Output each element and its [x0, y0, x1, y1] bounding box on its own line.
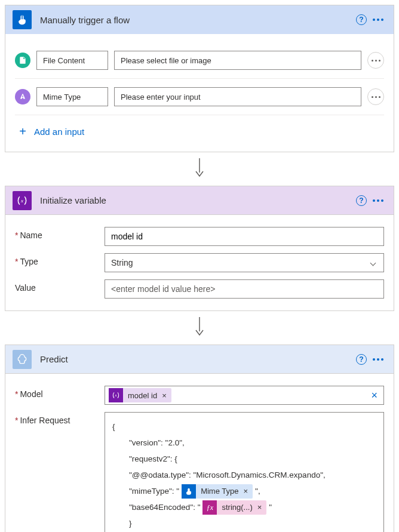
- file-content-input[interactable]: Please select file or image: [114, 51, 361, 70]
- type-label: *Type: [15, 253, 105, 266]
- add-input-button[interactable]: + Add an input: [15, 115, 384, 143]
- touch-icon: [182, 484, 196, 499]
- value-row: Value: [15, 276, 384, 302]
- predict-title: Predict: [32, 354, 353, 364]
- svg-text:x: x: [20, 198, 23, 204]
- brain-icon: [13, 350, 32, 369]
- input-row-mime: Mime Type Please enter your input: [15, 79, 384, 115]
- help-button[interactable]: ?: [353, 192, 370, 209]
- trigger-body: File Content Please select file or image…: [5, 34, 394, 152]
- variable-icon: x: [109, 388, 123, 402]
- predict-header[interactable]: Predict ?: [5, 345, 394, 374]
- initvar-header[interactable]: x Initialize variable ?: [5, 186, 394, 215]
- name-label: *Name: [15, 227, 105, 240]
- more-button[interactable]: [370, 351, 386, 368]
- touch-icon: [13, 10, 32, 29]
- token-remove-button[interactable]: ×: [162, 391, 167, 400]
- help-button[interactable]: ?: [353, 11, 370, 28]
- type-value: String: [111, 258, 133, 267]
- trigger-title: Manually trigger a flow: [32, 15, 353, 25]
- initvar-card: x Initialize variable ? *Name *Type Stri…: [5, 186, 394, 311]
- input-more-button[interactable]: [367, 88, 384, 105]
- value-label: Value: [15, 279, 105, 293]
- chevron-down-icon: [370, 260, 376, 266]
- value-input[interactable]: [105, 279, 384, 299]
- model-id-token[interactable]: x model id ×: [109, 388, 171, 402]
- predict-card: Predict ? *Model x model id × × *Infer R…: [5, 345, 394, 532]
- input-row-file: File Content Please select file or image: [15, 42, 384, 79]
- text-icon: [15, 89, 30, 104]
- variable-icon: x: [13, 191, 32, 210]
- svg-text:x: x: [115, 393, 117, 397]
- connector-arrow[interactable]: [5, 152, 394, 186]
- input-more-button[interactable]: [367, 52, 384, 69]
- mime-type-input[interactable]: Please enter your input: [114, 87, 361, 106]
- add-input-label: Add an input: [34, 127, 84, 137]
- mime-type-token[interactable]: Mime Type ×: [182, 484, 253, 499]
- token-remove-button[interactable]: ×: [244, 484, 248, 499]
- connector-arrow[interactable]: [5, 311, 394, 345]
- expression-token[interactable]: ƒx string(...) ×: [202, 500, 266, 515]
- infer-row: *Infer Request { "version": "2.0", "requ…: [15, 408, 384, 532]
- predict-body: *Model x model id × × *Infer Request { "…: [5, 374, 394, 532]
- plus-icon: +: [17, 125, 28, 139]
- type-select[interactable]: String: [105, 253, 384, 272]
- initvar-body: *Name *Type String Value: [5, 215, 394, 310]
- clear-button[interactable]: ×: [369, 389, 380, 402]
- help-button[interactable]: ?: [353, 351, 370, 368]
- fx-icon: ƒx: [202, 500, 217, 515]
- model-field[interactable]: x model id × ×: [105, 386, 384, 405]
- token-remove-button[interactable]: ×: [257, 500, 262, 515]
- mime-type-label[interactable]: Mime Type: [36, 87, 108, 106]
- initvar-title: Initialize variable: [32, 195, 353, 205]
- more-button[interactable]: [370, 192, 386, 209]
- file-icon: [15, 53, 30, 68]
- model-row: *Model x model id × ×: [15, 382, 384, 408]
- name-input[interactable]: [105, 227, 384, 246]
- model-label: *Model: [15, 386, 105, 399]
- infer-label: *Infer Request: [15, 412, 105, 425]
- infer-request-input[interactable]: { "version": "2.0", "requestv2": { "@@od…: [105, 412, 384, 532]
- trigger-header[interactable]: Manually trigger a flow ?: [5, 5, 394, 34]
- more-button[interactable]: [370, 11, 386, 28]
- trigger-card: Manually trigger a flow ? File Content P…: [5, 5, 394, 152]
- type-row: *Type String: [15, 250, 384, 276]
- name-row: *Name: [15, 223, 384, 250]
- file-content-label[interactable]: File Content: [36, 51, 108, 70]
